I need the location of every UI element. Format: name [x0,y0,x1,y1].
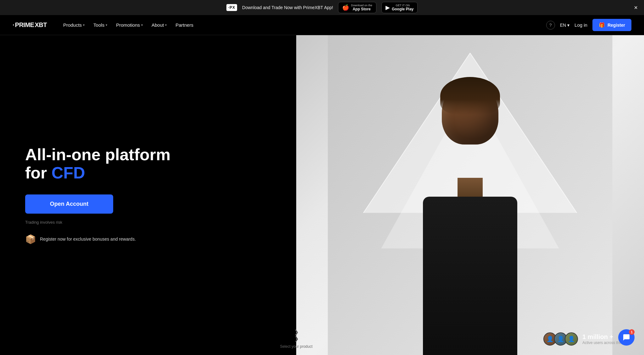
px-logo-icon: ·PX [226,4,237,11]
nav-item-promotions[interactable]: Promotions ▾ [112,20,147,30]
nav-promotions-label: Promotions [116,22,140,28]
banner-text: Download and Trade Now with PrimeXBT App… [242,5,333,10]
chat-badge: 1 [629,329,635,335]
logo-xbt: XBT [35,21,47,29]
hero-person [296,35,644,355]
app-store-label: Download on the [351,4,372,7]
person-neck [458,178,483,197]
nav-item-tools[interactable]: Tools ▾ [90,20,111,30]
nav-item-products[interactable]: Products ▾ [59,20,88,30]
lang-chevron-icon: ▾ [567,23,569,28]
scroll-indicator: ❯ ❯ Select your product [280,329,312,349]
open-account-button[interactable]: Open Account [25,194,113,214]
logo-dash: · [13,21,14,29]
hero-section: All-in-one platform for CFD Open Account… [0,35,644,355]
chat-icon [623,334,630,341]
scroll-chevron-2: ❯ [294,336,299,342]
person-body [423,197,517,355]
google-play-button[interactable]: ▶ GET IT ON Google Play [381,2,418,13]
trading-risk-text: Trading involves risk [25,220,277,225]
help-button[interactable]: ? [546,21,555,30]
google-play-name: Google Play [392,7,414,11]
navbar: · PRIME XBT Products ▾ Tools ▾ Promotion… [0,15,644,35]
about-chevron-icon: ▾ [165,23,167,27]
products-chevron-icon: ▾ [83,23,85,27]
hero-left: All-in-one platform for CFD Open Account… [0,35,296,355]
app-store-button[interactable]: 🍎 Download on the App Store [338,2,376,13]
nav-products-label: Products [63,22,82,28]
register-gift-icon: 🎁 [599,22,605,28]
logo-prime: PRIME [15,21,34,29]
nav-right: ? EN ▾ Log in 🎁 Register [546,19,631,31]
person-figure [404,67,536,355]
app-store-name: App Store [351,7,372,11]
language-selector[interactable]: EN ▾ [560,23,569,28]
google-play-label: GET IT ON [392,4,414,7]
apple-icon: 🍎 [342,4,349,11]
promotions-chevron-icon: ▾ [141,23,143,27]
bonus-text: Register now for exclusive bonuses and r… [40,237,136,242]
select-product-label: Select your product [280,344,312,349]
nav-links: Products ▾ Tools ▾ Promotions ▾ About ▾ … [59,20,546,30]
lang-label: EN [560,23,566,28]
person-hair [440,77,500,115]
scroll-chevron-1: ❯ [294,329,299,336]
nav-partners-label: Partners [175,22,193,28]
banner-close-button[interactable]: × [634,4,638,11]
nav-about-label: About [152,22,164,28]
chat-button[interactable]: 1 [618,329,635,346]
nav-tools-label: Tools [93,22,104,28]
google-play-icon: ▶ [386,4,390,11]
headline-line2: for [25,164,52,182]
user-avatars: 👤 👤 👤 [543,332,578,346]
bonus-gift-icon: 📦 [25,234,36,244]
user-avatar-3: 👤 [565,332,578,346]
person-head [442,82,498,145]
nav-item-partners[interactable]: Partners [172,20,197,30]
headline-cfd: CFD [52,164,85,182]
register-label: Register [608,23,625,28]
headline-line1: All-in-one platform [25,145,170,164]
register-button[interactable]: 🎁 Register [592,19,631,31]
top-banner: ·PX Download and Trade Now with PrimeXBT… [0,0,644,15]
logo[interactable]: · PRIME XBT [13,21,47,29]
login-button[interactable]: Log in [575,22,587,28]
hero-right: 👤 👤 👤 1 million + Active users across th… [296,35,644,355]
bonus-row: 📦 Register now for exclusive bonuses and… [25,234,277,244]
tools-chevron-icon: ▾ [106,23,107,27]
nav-item-about[interactable]: About ▾ [148,20,170,30]
hero-headline: All-in-one platform for CFD [25,146,277,182]
